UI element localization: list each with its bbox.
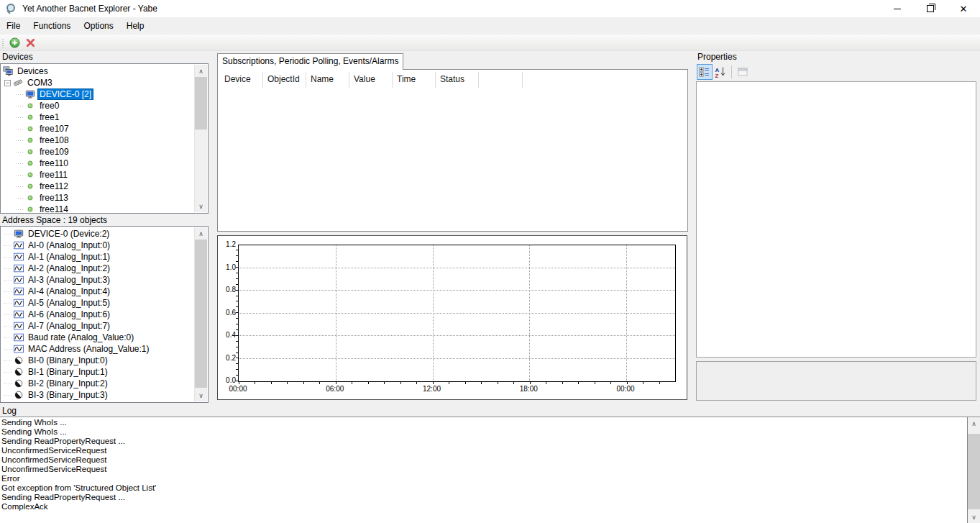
tree-item[interactable]: AI-1 (Analog_Input:1): [1, 251, 208, 263]
tree-item[interactable]: free110: [1, 158, 208, 169]
address-space-scrollbar[interactable]: ∧ ∨: [194, 227, 207, 401]
log-line: UnconfirmedServiceRequest: [1, 455, 980, 465]
chart-y-tick-label: 0.4: [219, 332, 236, 339]
tree-item-icon: [25, 101, 35, 111]
tree-item-label: free109: [38, 147, 70, 157]
menu-item[interactable]: Help: [120, 17, 151, 35]
property-pages-icon: [737, 66, 748, 78]
tree-item[interactable]: MAC Address (Analog_Value:1): [1, 343, 208, 355]
categorized-icon: [699, 66, 710, 78]
log-line: ComplexAck: [1, 502, 980, 511]
tree-item[interactable]: AI-3 (Analog_Input:3): [1, 274, 208, 286]
column-header[interactable]: Time: [393, 72, 436, 88]
minimize-button[interactable]: [881, 0, 914, 17]
tree-connector: [4, 372, 13, 373]
tree-item[interactable]: free112: [1, 181, 208, 192]
column-header[interactable]: ObjectId: [263, 72, 306, 88]
tree-item[interactable]: DEVICE-0 (Device:2): [1, 228, 208, 240]
tree-item-label: AI-6 (Analog_Input:6): [27, 309, 111, 319]
tree-expander-icon[interactable]: −: [4, 80, 11, 86]
tree-item[interactable]: BI-4 (Binary_Input:4): [1, 401, 208, 403]
tree-item-icon: [14, 321, 24, 331]
tree-item[interactable]: free113: [1, 192, 208, 204]
restore-button[interactable]: [914, 0, 947, 17]
tree-item[interactable]: BI-2 (Binary_Input:2): [1, 378, 208, 389]
tree-connector: [4, 257, 13, 258]
property-pages-button[interactable]: [735, 64, 751, 80]
close-button[interactable]: ✕: [947, 0, 980, 17]
tree-item-icon: [14, 344, 24, 354]
tree-item[interactable]: free111: [1, 169, 208, 181]
tree-connector: [16, 186, 24, 187]
tree-item[interactable]: AI-0 (Analog_Input:0): [1, 240, 208, 251]
tree-item[interactable]: free107: [1, 123, 208, 135]
tree-item[interactable]: free0: [1, 100, 208, 112]
tree-item-icon: [14, 355, 24, 365]
tree-item[interactable]: AI-6 (Analog_Input:6): [1, 309, 208, 320]
address-space-label: Address Space : 19 objects: [2, 215, 107, 225]
tree-item[interactable]: DEVICE-0 [2]: [1, 88, 208, 100]
svg-text:Z: Z: [715, 73, 719, 78]
tree-item[interactable]: BI-3 (Binary_Input:3): [1, 389, 208, 401]
tree-item-label: AI-7 (Analog_Input:7): [27, 321, 111, 331]
scroll-thumb[interactable]: [968, 434, 980, 509]
tree-item[interactable]: AI-2 (Analog_Input:2): [1, 263, 208, 274]
yabe-window: { "window": { "title": "Yet Another Bacn…: [0, 0, 980, 523]
column-header[interactable]: Status: [436, 72, 479, 88]
devices-scrollbar[interactable]: ∧ ∨: [194, 65, 207, 212]
chart-y-tick-label: 1.2: [219, 241, 236, 248]
tree-item[interactable]: AI-7 (Analog_Input:7): [1, 320, 208, 332]
tree-item[interactable]: BI-0 (Binary_Input:0): [1, 355, 208, 366]
tree-item[interactable]: AI-5 (Analog_Input:5): [1, 297, 208, 309]
tree-connector: [4, 280, 13, 281]
tree-item-label: MAC Address (Analog_Value:1): [27, 344, 151, 354]
tree-item-label: free110: [38, 158, 70, 168]
categorized-button[interactable]: [697, 64, 713, 80]
scroll-up-icon[interactable]: ∧: [195, 65, 207, 77]
scroll-down-icon[interactable]: ∨: [195, 200, 207, 212]
window-title: Yet Another Bacnet Explorer - Yabe: [22, 4, 157, 14]
column-header[interactable]: Value: [349, 72, 393, 88]
tree-item[interactable]: Baud rate (Analog_Value:0): [1, 332, 208, 343]
chart-gridline: [239, 358, 675, 359]
tree-item[interactable]: free114: [1, 204, 208, 214]
scroll-thumb[interactable]: [195, 77, 207, 129]
column-header[interactable]: Device: [220, 72, 263, 88]
scroll-thumb[interactable]: [195, 240, 207, 388]
scroll-up-icon[interactable]: ∧: [195, 227, 207, 240]
tree-item[interactable]: free1: [1, 112, 208, 123]
log-line: Sending ReadPropertyRequest ...: [1, 437, 980, 446]
tree-item-label: free1: [38, 112, 60, 122]
chart-y-tick-label: 1.0: [219, 264, 236, 271]
tree-item[interactable]: − COM3: [1, 77, 208, 88]
scroll-up-icon[interactable]: ∧: [968, 417, 980, 429]
log-line: Sending ReadPropertyRequest ...: [1, 493, 980, 502]
delete-device-button[interactable]: [22, 35, 38, 50]
alphabetical-sort-button[interactable]: A Z: [713, 64, 728, 80]
scroll-down-icon[interactable]: ∨: [968, 511, 980, 523]
menu-item[interactable]: Functions: [27, 17, 77, 35]
magnifier-icon: [6, 4, 16, 14]
column-header[interactable]: Name: [306, 72, 349, 88]
add-device-button[interactable]: [6, 35, 22, 50]
tab-subscriptions[interactable]: Subscriptions, Periodic Polling, Events/…: [217, 53, 403, 70]
scroll-down-icon[interactable]: ∨: [195, 389, 207, 401]
tree-item[interactable]: free109: [1, 146, 208, 158]
log-scrollbar[interactable]: ∧ ∨: [967, 417, 980, 523]
tree-connector: [16, 152, 24, 153]
tree-item-icon: [25, 135, 35, 145]
tree-connector: [4, 303, 13, 304]
tree-connector: [16, 94, 24, 95]
menu-item[interactable]: File: [0, 17, 27, 35]
tree-item[interactable]: AI-4 (Analog_Input:4): [1, 286, 208, 297]
tree-item-label: Baud rate (Analog_Value:0): [27, 332, 135, 342]
close-icon: ✕: [960, 4, 968, 14]
tree-item[interactable]: Devices: [1, 65, 208, 77]
tree-item-label: AI-1 (Analog_Input:1): [27, 252, 111, 262]
menu-item[interactable]: Options: [77, 17, 119, 35]
tree-item[interactable]: BI-1 (Binary_Input:1): [1, 366, 208, 378]
tree-item-icon: [14, 309, 24, 319]
property-grid[interactable]: [696, 81, 976, 358]
chart-x-tick-label: 00:00: [617, 385, 635, 393]
tree-item[interactable]: free108: [1, 135, 208, 146]
